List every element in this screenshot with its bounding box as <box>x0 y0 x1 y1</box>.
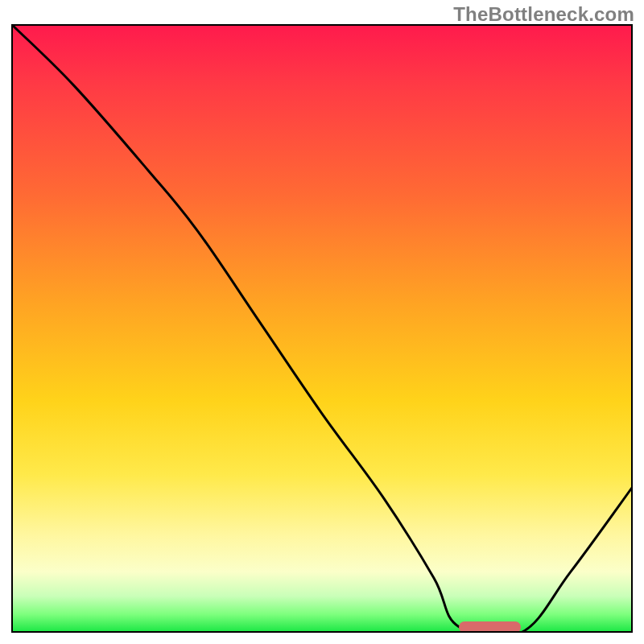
watermark-text: TheBottleneck.com <box>453 3 634 26</box>
bottleneck-curve-path <box>11 24 633 633</box>
optimal-range-marker <box>459 621 521 633</box>
chart-container: TheBottleneck.com <box>0 0 644 644</box>
curve-svg <box>11 24 633 633</box>
plot-area <box>11 24 633 633</box>
